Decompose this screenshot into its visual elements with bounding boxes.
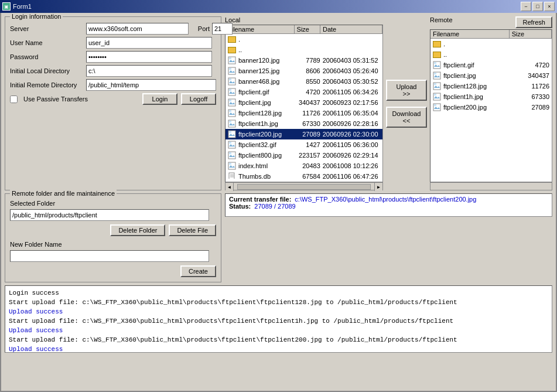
close-button[interactable]: × bbox=[544, 2, 555, 11]
svg-rect-17 bbox=[229, 142, 231, 144]
file-size: 340437 bbox=[297, 99, 322, 106]
file-date: 20060926 02:28:16 bbox=[322, 120, 381, 127]
local-file-row[interactable]: banner125.jpg 8606 20060403 05:26:40 bbox=[225, 66, 382, 76]
file-size: 67330 bbox=[297, 120, 322, 127]
local-file-row[interactable]: banner120.jpg 7789 20060403 05:31:52 bbox=[225, 55, 382, 66]
remote-dir-input[interactable] bbox=[86, 79, 216, 91]
remote-file-row[interactable]: ftpclient1h.jpg 67330 bbox=[430, 91, 552, 102]
svg-rect-29 bbox=[434, 73, 436, 74]
file-name: ftpclient200.jpg bbox=[442, 104, 510, 111]
local-file-list: Filename Size Date . .. banner120.jpg 77… bbox=[225, 25, 383, 182]
local-dir-input[interactable] bbox=[86, 65, 212, 77]
local-file-row[interactable]: ftpclient.gif 4720 20061105 06:34:26 bbox=[225, 87, 382, 97]
remote-file-row[interactable]: ftpclient200.jpg 27089 bbox=[430, 102, 552, 113]
delete-file-button[interactable]: Delete File bbox=[169, 224, 216, 236]
file-name: ftpclient800.jpg bbox=[237, 152, 297, 159]
delete-folder-button[interactable]: Delete Folder bbox=[110, 224, 165, 236]
username-input[interactable] bbox=[86, 37, 212, 49]
file-date: 20060926 02:29:14 bbox=[322, 152, 381, 159]
logoff-button[interactable]: Logoff bbox=[181, 93, 216, 105]
local-file-row[interactable]: .. bbox=[225, 45, 382, 55]
remote-col-size[interactable]: Size bbox=[510, 30, 552, 38]
file-date: 20061008 10:12:26 bbox=[322, 162, 381, 169]
title-bar: ▣ Form1 − □ × bbox=[0, 0, 557, 13]
svg-rect-33 bbox=[434, 94, 436, 96]
local-file-row[interactable]: ftpclient128.jpg 11726 20061105 06:35:04 bbox=[225, 108, 382, 118]
local-file-row[interactable]: Thumbs.db 67584 20061106 06:47:26 bbox=[225, 171, 382, 179]
server-input[interactable] bbox=[86, 23, 189, 35]
refresh-button[interactable]: Refresh bbox=[515, 16, 552, 28]
remote-dir-label: Initial Remote Directory bbox=[10, 81, 86, 88]
file-size: 340437 bbox=[510, 72, 551, 79]
file-name: .. bbox=[442, 51, 510, 58]
file-name: ftpclient.gif bbox=[442, 62, 510, 69]
svg-rect-5 bbox=[229, 79, 231, 80]
svg-rect-1 bbox=[229, 57, 231, 59]
password-label: Password bbox=[10, 53, 86, 60]
file-name: index.html bbox=[237, 162, 297, 169]
remote-file-row[interactable]: . bbox=[430, 39, 552, 49]
file-icon bbox=[432, 61, 442, 69]
remote-file-row[interactable]: ftpclient.gif 4720 bbox=[430, 60, 552, 70]
svg-rect-9 bbox=[229, 100, 231, 101]
local-file-row[interactable]: ftpclient.jpg 340437 20060923 02:17:56 bbox=[225, 97, 382, 108]
local-col-date[interactable]: Date bbox=[320, 25, 382, 33]
file-icon bbox=[227, 141, 237, 149]
local-file-row[interactable]: . bbox=[225, 34, 382, 45]
remote-col-filename[interactable]: Filename bbox=[430, 30, 510, 38]
file-size: 223157 bbox=[297, 152, 322, 159]
remote-panel: Remote Refresh Filename Size . .. ftpcli… bbox=[430, 16, 552, 190]
log-line: Upload success bbox=[9, 307, 548, 316]
local-file-row[interactable]: banner468.jpg 8550 20060403 05:30:52 bbox=[225, 76, 382, 87]
file-icon bbox=[432, 52, 442, 58]
remote-scrollbar-x[interactable] bbox=[430, 182, 552, 190]
file-icon bbox=[432, 71, 442, 80]
create-button[interactable]: Create bbox=[180, 265, 216, 277]
file-date: 20060923 02:17:56 bbox=[322, 99, 381, 106]
file-name: ftpclient.jpg bbox=[442, 72, 510, 79]
remote-file-row[interactable]: ftpclient.jpg 340437 bbox=[430, 70, 552, 81]
local-col-filename[interactable]: Filename bbox=[225, 25, 295, 33]
file-icon bbox=[432, 41, 442, 47]
file-name: . bbox=[237, 36, 297, 43]
transfer-file-label: Current transfer file: bbox=[229, 196, 291, 203]
remote-file-row[interactable]: ftpclient128.jpg 11726 bbox=[430, 81, 552, 91]
remote-file-list: Filename Size . .. ftpclient.gif 4720 ft… bbox=[430, 29, 552, 182]
port-input[interactable] bbox=[212, 23, 233, 35]
selected-folder-input[interactable] bbox=[10, 209, 209, 221]
local-file-row[interactable]: ftpclient1h.jpg 67330 20060926 02:28:16 bbox=[225, 118, 382, 129]
file-name: ftpclient200.jpg bbox=[237, 131, 297, 138]
local-col-size[interactable]: Size bbox=[295, 25, 320, 33]
download-button[interactable]: Download<< bbox=[386, 107, 427, 128]
local-scrollbar-x[interactable]: ◄ ► bbox=[225, 182, 383, 190]
local-file-row[interactable]: ftpclient800.jpg 223157 20060926 02:29:1… bbox=[225, 150, 382, 161]
remote-file-row[interactable]: .. bbox=[430, 49, 552, 60]
minimize-button[interactable]: − bbox=[521, 2, 531, 11]
new-folder-row: New Folder Name bbox=[10, 241, 216, 248]
selected-folder-row: Selected Folder bbox=[10, 200, 216, 207]
file-icon bbox=[432, 93, 442, 101]
upload-button[interactable]: Upload>> bbox=[386, 80, 427, 101]
login-button[interactable]: Login bbox=[142, 93, 177, 105]
file-icon bbox=[227, 162, 237, 170]
login-group-label: Login information bbox=[10, 13, 63, 20]
maximize-button[interactable]: □ bbox=[532, 2, 543, 11]
server-label: Server bbox=[10, 25, 86, 32]
window-title: Form1 bbox=[13, 3, 32, 10]
file-size: 11726 bbox=[297, 110, 322, 117]
local-file-row[interactable]: ftpclient200.jpg 27089 20060926 02:30:00 bbox=[225, 129, 382, 139]
status-value: 27089 / 27089 bbox=[254, 203, 295, 210]
file-size: 20483 bbox=[297, 162, 322, 169]
local-file-row[interactable]: index.html 20483 20061008 10:12:26 bbox=[225, 161, 382, 171]
local-file-row[interactable]: ftpclient32.gif 1427 20061105 06:36:00 bbox=[225, 139, 382, 150]
passive-checkbox[interactable] bbox=[10, 96, 18, 103]
new-folder-input[interactable] bbox=[10, 250, 209, 262]
transfer-buttons: Upload>> Download<< bbox=[383, 16, 430, 190]
file-icon bbox=[227, 67, 237, 75]
password-input[interactable] bbox=[86, 51, 212, 63]
svg-rect-13 bbox=[229, 121, 231, 122]
file-name: ftpclient.gif bbox=[237, 88, 297, 96]
file-date: 20060403 05:30:52 bbox=[322, 78, 381, 85]
remote-file-header: Filename Size bbox=[430, 30, 552, 39]
folder-section-label: Remote folder and file maintainence bbox=[10, 190, 117, 197]
